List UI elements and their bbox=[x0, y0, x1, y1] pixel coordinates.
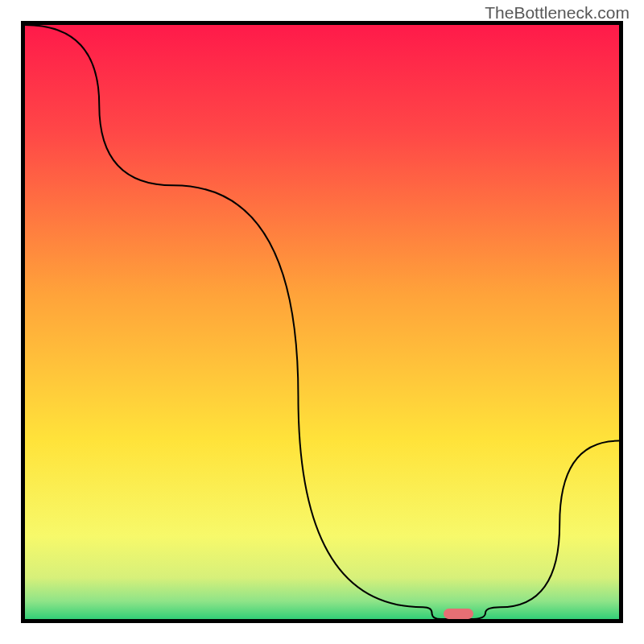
bottleneck-chart: TheBottleneck.com bbox=[0, 0, 644, 644]
bottleneck-curve bbox=[25, 25, 619, 619]
plot-area bbox=[21, 21, 623, 623]
optimal-marker bbox=[444, 609, 473, 619]
watermark-text: TheBottleneck.com bbox=[485, 3, 630, 23]
